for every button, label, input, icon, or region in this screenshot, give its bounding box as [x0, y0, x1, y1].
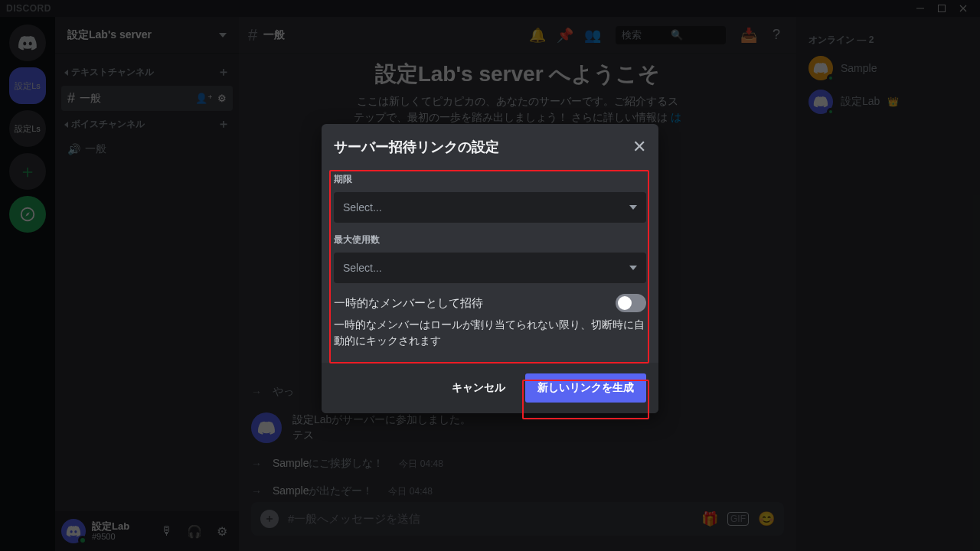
max-uses-label: 最大使用数 [334, 233, 646, 246]
max-uses-select[interactable]: Select... [334, 253, 646, 283]
expire-value: Select... [343, 201, 382, 214]
chevron-down-icon [629, 266, 637, 270]
expire-select[interactable]: Select... [334, 192, 646, 223]
temp-member-description: 一時的なメンバーはロールが割り当てられない限り、切断時に自動的にキックされます [334, 317, 646, 349]
close-icon[interactable]: ✕ [632, 139, 646, 155]
chevron-down-icon [629, 205, 637, 210]
app-window: DISCORD 設定Ls 設定Ls ＋ 設定Lab's server [0, 0, 980, 551]
temp-member-toggle[interactable] [616, 294, 646, 312]
generate-link-button[interactable]: 新しいリンクを生成 [525, 373, 646, 403]
max-uses-value: Select... [343, 262, 382, 274]
cancel-button[interactable]: キャンセル [439, 373, 518, 403]
modal-title: サーバー招待リンクの設定 [334, 138, 499, 156]
temp-member-label: 一時的なメンバーとして招待 [334, 296, 483, 311]
expire-label: 期限 [334, 173, 646, 186]
invite-settings-modal: サーバー招待リンクの設定 ✕ 期限 Select... 最大使用数 Select… [322, 124, 658, 413]
